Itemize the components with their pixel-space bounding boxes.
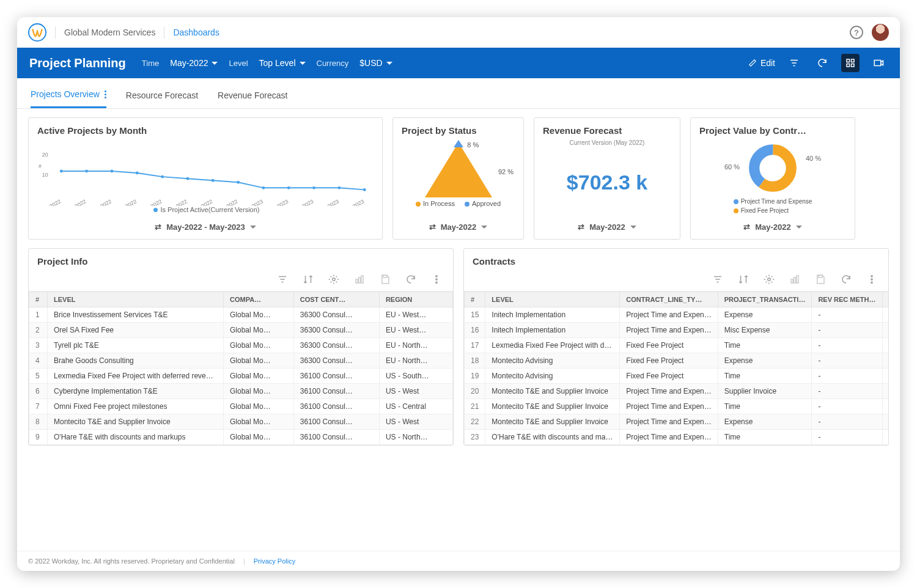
table-row[interactable]: 6Cyberdyne Implementation T&EGlobal Mo…3… (29, 384, 453, 399)
svg-text:Dec 2022: Dec 2022 (216, 198, 239, 206)
card-range-selector[interactable]: ⇄May-2022 - May-2023 (37, 222, 374, 232)
table-toolbar (29, 270, 453, 291)
card-range-selector[interactable]: ⇄May-2022 (543, 222, 671, 232)
svg-rect-3 (847, 64, 850, 67)
card-range-selector[interactable]: ⇄May-2022 (699, 222, 846, 232)
svg-text:20: 20 (42, 152, 48, 158)
svg-text:#: # (39, 163, 42, 169)
tab-menu-icon[interactable] (105, 90, 106, 98)
svg-text:Mar 2023: Mar 2023 (292, 198, 314, 206)
svg-point-29 (237, 181, 240, 184)
table-row[interactable]: 9O'Hare T&E with discounts and markupsGl… (29, 430, 453, 445)
card-range-selector[interactable]: ⇄May-2022 (402, 222, 515, 232)
tab-bar: Projects Overview Resource Forecast Reve… (17, 78, 900, 109)
svg-point-32 (312, 186, 315, 189)
table-row[interactable]: 20Montecito T&E and Supplier InvoiceProj… (465, 384, 889, 399)
svg-text:May 2022: May 2022 (39, 198, 62, 206)
filter-time-dropdown[interactable]: May-2022 (170, 58, 218, 68)
org-name: Global Modern Services (64, 28, 155, 37)
table-row[interactable]: 17Lexmedia Fixed Fee Project with deferr… (465, 338, 889, 353)
svg-rect-5 (874, 61, 881, 66)
filter-level-dropdown[interactable]: Top Level (259, 58, 306, 68)
user-avatar[interactable] (872, 24, 889, 41)
project-info-table[interactable]: #LEVELCOMPA…COST CENT…REGION1Brice Inves… (29, 292, 453, 445)
table-row[interactable]: 21Montecito T&E and Supplier InvoiceProj… (465, 399, 889, 414)
filter-icon[interactable] (277, 274, 288, 285)
refresh-icon[interactable] (813, 54, 831, 72)
sort-icon[interactable] (303, 274, 314, 285)
tables-row: Project Info #LEVELCOMPA…COST CENT…REGIO… (17, 248, 900, 454)
tab-revenue-forecast[interactable]: Revenue Forecast (218, 84, 287, 108)
filter-icon[interactable] (712, 274, 723, 285)
chart-icon[interactable] (354, 274, 365, 285)
svg-point-27 (186, 177, 189, 180)
table-row[interactable]: 2Orel SA Fixed FeeGlobal Mo…36300 Consul… (29, 323, 453, 338)
tab-projects-overview[interactable]: Projects Overview (31, 84, 106, 108)
table-row[interactable]: 18Montecito AdvisingFixed Fee ProjectExp… (465, 353, 889, 369)
svg-rect-49 (819, 275, 822, 277)
table-row[interactable]: 8Montecito T&E and Supplier InvoiceGloba… (29, 414, 453, 430)
settings-icon[interactable] (764, 274, 775, 285)
settings-icon[interactable] (328, 274, 339, 285)
svg-point-33 (337, 186, 341, 189)
svg-point-52 (871, 282, 872, 283)
table-row[interactable]: 1Brice Investissement Services T&EGlobal… (29, 307, 453, 323)
table-row[interactable]: 3Tyrell plc T&EGlobal Mo…36300 Consul…EU… (29, 338, 453, 353)
svg-point-42 (436, 276, 437, 277)
filter-time-label: Time (142, 59, 159, 68)
table-row[interactable]: 7Omni Fixed Fee project milestonesGlobal… (29, 399, 453, 414)
svg-rect-46 (791, 279, 793, 283)
copyright: © 2022 Workday, Inc. All rights reserved… (28, 557, 235, 565)
card-active-projects: Active Projects by Month 20 10 # May 202… (28, 117, 383, 240)
breadcrumb-dashboards[interactable]: Dashboards (173, 28, 219, 37)
contracts-table[interactable]: #LEVELCONTRACT_LINE_TY…PROJECT_TRANSACTI… (464, 292, 888, 445)
chart-icon[interactable] (789, 274, 800, 285)
svg-point-25 (136, 172, 139, 175)
table-toolbar (464, 270, 888, 291)
edit-button[interactable]: Edit (748, 58, 775, 68)
table-row[interactable]: 15Initech ImplementationProject Time and… (465, 307, 889, 323)
donut-chart: 60 % 40 % (739, 144, 806, 194)
card-title: Active Projects by Month (37, 125, 374, 136)
svg-point-30 (262, 186, 265, 189)
table-row[interactable]: 19Montecito AdvisingFixed Fee ProjectTim… (465, 369, 889, 384)
table-row[interactable]: 4Brahe Goods ConsultingGlobal Mo…36300 C… (29, 353, 453, 369)
table-row[interactable]: 22Montecito T&E and Supplier InvoiceProj… (465, 414, 889, 430)
card-title: Revenue Forecast (543, 125, 671, 136)
svg-rect-47 (794, 277, 796, 283)
sort-icon[interactable] (738, 274, 749, 285)
privacy-link[interactable]: Privacy Policy (254, 557, 295, 565)
save-icon[interactable] (380, 274, 391, 285)
chart-label: 8 % (467, 141, 479, 149)
table-row[interactable]: 23O'Hare T&E with discounts and markupsP… (465, 430, 889, 445)
card-project-status: Project by Status 8 % 92 % In Process Ap… (392, 117, 524, 240)
svg-rect-48 (797, 276, 798, 283)
more-icon[interactable] (431, 274, 442, 285)
refresh-icon[interactable] (405, 274, 416, 285)
workday-logo-icon[interactable] (28, 23, 46, 42)
more-icon[interactable] (866, 274, 877, 285)
svg-text:Jul 2022: Jul 2022 (92, 198, 112, 206)
svg-text:May 2023: May 2023 (342, 198, 366, 206)
tab-resource-forecast[interactable]: Resource Forecast (126, 84, 198, 108)
filter-currency-dropdown[interactable]: $USD (359, 58, 392, 68)
save-icon[interactable] (815, 274, 826, 285)
divider (55, 26, 56, 39)
present-icon[interactable] (869, 54, 888, 72)
svg-text:Aug 2022: Aug 2022 (115, 198, 138, 206)
card-title: Project Value by Contr… (699, 125, 846, 136)
grid-view-icon[interactable] (841, 54, 860, 72)
filter-icon[interactable] (785, 54, 803, 72)
help-icon[interactable]: ? (850, 26, 863, 39)
svg-point-22 (60, 170, 63, 173)
svg-text:Jan 2023: Jan 2023 (241, 198, 264, 206)
svg-text:Nov 2022: Nov 2022 (191, 198, 214, 206)
svg-rect-39 (359, 277, 361, 283)
table-row[interactable]: 16Initech ImplementationProject Time and… (465, 323, 889, 338)
chevron-down-icon (300, 62, 306, 65)
svg-point-34 (363, 188, 366, 191)
cards-row: Active Projects by Month 20 10 # May 202… (17, 109, 900, 248)
top-bar: Global Modern Services Dashboards ? (17, 17, 900, 48)
table-row[interactable]: 5Lexmedia Fixed Fee Project with deferre… (29, 369, 453, 384)
refresh-icon[interactable] (841, 274, 852, 285)
